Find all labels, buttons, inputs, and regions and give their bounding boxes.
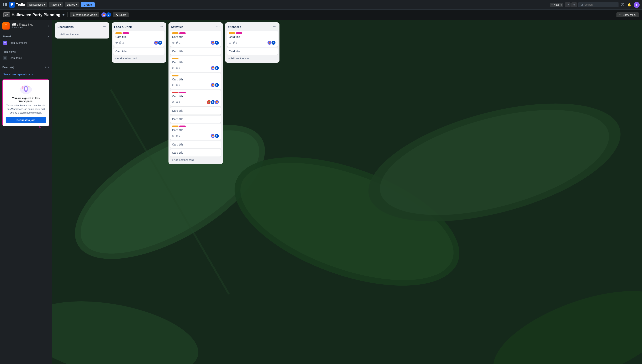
card[interactable]: Card title 2 — [170, 124, 221, 140]
card[interactable]: Card title — [114, 48, 164, 55]
card-member[interactable]: B — [214, 82, 219, 88]
workspace-members-count: 6 members — [12, 26, 46, 29]
sidebar-item-team-table[interactable]: Team table — [1, 54, 51, 61]
workspace-visible-button[interactable]: Workspace visible — [70, 12, 100, 17]
card[interactable]: Card title — [170, 48, 221, 55]
undo-button[interactable]: ↩ — [565, 2, 570, 7]
card-badges: 2 — [172, 84, 180, 86]
list-cards-activities: Card title 2 — [170, 31, 221, 156]
card-member[interactable]: B — [271, 40, 276, 45]
card-members: 🦁B🦊 — [206, 100, 219, 104]
svg-rect-10 — [12, 4, 14, 5]
svg-point-31 — [30, 88, 30, 88]
board-header: ⊞ ▾ Halloween Party Planning ★ Workspace… — [0, 10, 642, 20]
top-navigation: Trello Workspaces ▾ Recent ▾ Starred ▾ C… — [0, 0, 642, 10]
card-member[interactable]: B — [214, 134, 219, 138]
starred-collapse-button[interactable]: ∧ — [47, 35, 49, 38]
card[interactable]: Card title — [170, 141, 221, 148]
watch-badge — [172, 84, 174, 86]
card-members: 🦊B — [210, 134, 219, 138]
star-button[interactable]: ★ — [62, 13, 65, 17]
card-label-orange — [172, 126, 178, 127]
board-view-button[interactable]: ⊞ ▾ — [3, 12, 10, 17]
card-label-pink — [179, 32, 186, 34]
card-label-orange — [116, 32, 122, 34]
svg-point-45 — [173, 42, 174, 43]
see-all-boards[interactable]: See all Workspace boards... — [0, 72, 52, 77]
boards-collapse-button[interactable]: ∧ — [47, 66, 49, 69]
card[interactable]: Card title 2 — [170, 90, 221, 106]
list-title-attendees: Attendees — [228, 25, 272, 28]
svg-rect-19 — [4, 42, 5, 42]
list-menu-button-decorations[interactable]: ••• — [102, 25, 107, 29]
zoom-in-button[interactable]: + — [560, 3, 562, 6]
card-member[interactable]: B — [214, 40, 219, 45]
member-avatar-2[interactable]: B — [106, 12, 112, 18]
svg-point-44 — [116, 42, 117, 43]
user-avatar[interactable]: T — [634, 2, 640, 8]
grid-menu-button[interactable] — [2, 2, 8, 8]
svg-rect-7 — [4, 5, 6, 6]
card-members: 🦊B — [267, 40, 276, 45]
share-button[interactable]: Share — [113, 12, 129, 17]
add-card-button-activities[interactable]: + Add another card — [170, 157, 221, 163]
card[interactable]: Card title — [170, 149, 221, 156]
add-board-button[interactable]: + — [45, 66, 46, 69]
svg-rect-24 — [4, 58, 6, 58]
list-menu-button-attendees[interactable]: ••• — [272, 25, 277, 29]
arrow-indicator: ➔ — [37, 124, 41, 130]
list-header-attendees: Attendees ••• — [227, 24, 278, 31]
card[interactable]: Card title 2 — [170, 31, 221, 47]
card-title: Card title — [172, 128, 219, 132]
card-footer: 2 🦊B — [172, 134, 219, 138]
zoom-controls: − 63% + — [550, 2, 563, 7]
list-header-food-drink: Food & Drink ••• — [114, 24, 164, 31]
redo-button[interactable]: ↪ — [571, 2, 577, 7]
card[interactable]: Card title 2 — [114, 31, 164, 47]
list-menu-button-food-drink[interactable]: ••• — [159, 25, 164, 29]
notifications-button[interactable]: 🔔 — [626, 2, 632, 8]
card-label-pink — [122, 32, 129, 34]
add-card-button-food-drink[interactable]: + Add another card — [114, 56, 164, 61]
svg-rect-5 — [6, 4, 7, 5]
request-join-button[interactable]: Request to join — [6, 117, 46, 123]
card-member[interactable]: 🦊 — [214, 100, 219, 104]
watch-badge — [172, 135, 174, 137]
guest-workspace-box: You are a guest in this Workspace. To se… — [2, 80, 49, 126]
workspaces-button[interactable]: Workspaces ▾ — [26, 2, 47, 7]
card[interactable]: Card title — [170, 116, 221, 123]
card[interactable]: Card title 2 — [170, 73, 221, 89]
collapse-sidebar-button[interactable]: « — [48, 24, 49, 28]
card-member[interactable]: B — [214, 66, 219, 70]
zoom-out-button[interactable]: − — [551, 3, 553, 6]
card-labels — [172, 126, 219, 127]
card[interactable]: Card title — [170, 107, 221, 114]
card-title: Card title — [116, 35, 162, 39]
search-box[interactable] — [578, 2, 618, 8]
recent-button[interactable]: Recent ▾ — [49, 2, 63, 7]
show-menu-button[interactable]: ••• Show Menu — [616, 12, 639, 17]
svg-point-48 — [173, 102, 174, 102]
add-card-button-attendees[interactable]: + Add another card — [227, 56, 278, 61]
paperclip-icon — [176, 42, 178, 44]
card-members: 🦊B — [154, 40, 162, 45]
card[interactable]: Card title — [227, 48, 278, 55]
team-members-icon — [3, 41, 7, 45]
search-input[interactable] — [584, 3, 616, 6]
sidebar-item-team-members[interactable]: Team Members — [1, 39, 51, 46]
card[interactable]: Card title 2 — [170, 56, 221, 72]
card-member[interactable]: B — [158, 40, 162, 45]
trello-logo[interactable]: Trello — [9, 2, 25, 8]
starred-button[interactable]: Starred ▾ — [65, 2, 80, 7]
create-button[interactable]: Create — [81, 2, 94, 7]
list-menu-button-activities[interactable]: ••• — [216, 25, 220, 29]
paperclip-icon — [176, 84, 178, 86]
add-card-button-decorations[interactable]: + Add another card — [57, 32, 108, 37]
info-button[interactable]: ⓘ — [620, 2, 625, 8]
card[interactable]: Card title 2 — [227, 31, 278, 47]
card-footer: 2 🦊B — [172, 66, 219, 70]
nav-left: Trello Workspaces ▾ Recent ▾ Starred ▾ C… — [2, 2, 94, 8]
card-label-orange — [172, 32, 178, 34]
svg-line-17 — [116, 14, 118, 15]
svg-rect-8 — [6, 5, 7, 6]
